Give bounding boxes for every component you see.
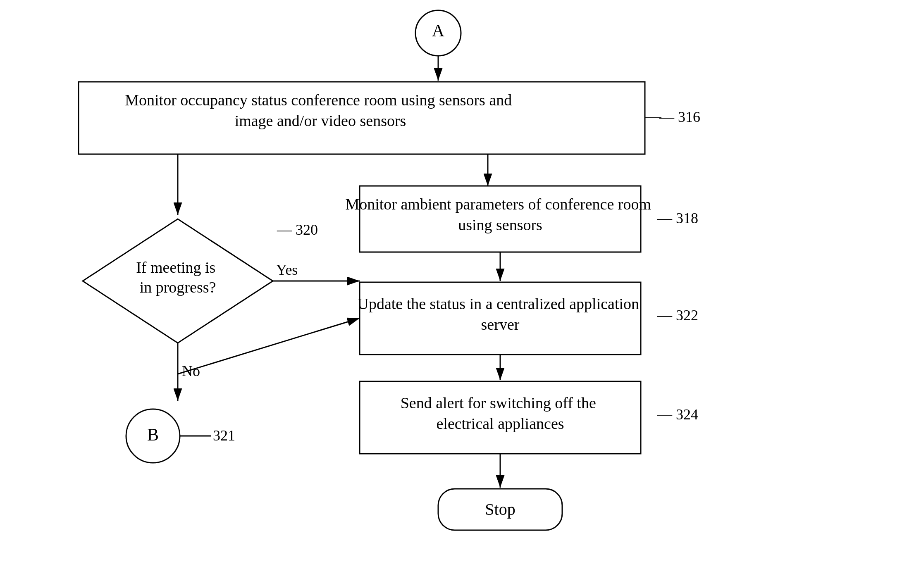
no-label: No <box>182 363 200 379</box>
label-322: — 322 <box>657 307 698 324</box>
arrow-no-to-322 <box>178 318 360 374</box>
start-label: A <box>432 21 445 40</box>
label-321: 321 <box>213 427 235 444</box>
terminal-b-label: B <box>147 425 159 444</box>
label-316: — 316 <box>659 109 700 125</box>
label-318: — 318 <box>657 210 698 226</box>
label-320: — 320 <box>277 221 318 238</box>
stop-label: Stop <box>485 500 515 519</box>
label-324: — 324 <box>657 406 698 423</box>
flowchart-diagram: A Monitor occupancy status conference ro… <box>0 0 914 588</box>
yes-label: Yes <box>276 262 298 278</box>
